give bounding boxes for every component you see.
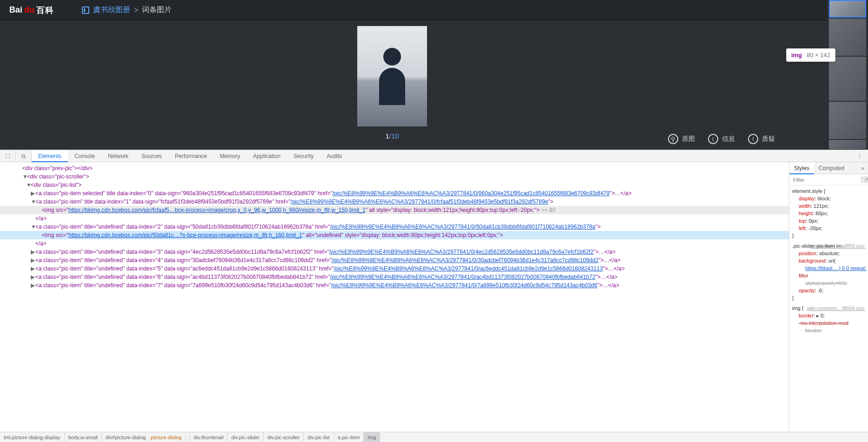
styles-filter-bar: :hov .cls + [789,174,868,185]
dom-line[interactable]: ▶<a class="pic-item" title="undefined" d… [0,264,789,273]
thumbnail[interactable] [829,57,866,101]
styles-rules[interactable]: element.style { display: block; width: 1… [789,185,868,432]
dom-line[interactable]: ▶<a class="pic-item" title="undefined" d… [0,256,789,264]
brace: } [792,232,865,239]
bc-item-current[interactable]: img [364,432,380,442]
bc-item[interactable]: tml.picture-dialog-display [0,432,65,442]
album-icon [82,7,89,14]
devtools: ⬚ ⧉ Elements Console Network Sources Per… [0,150,868,442]
info-button[interactable]: i信息 [708,134,735,144]
brace: } [792,294,865,302]
styles-more-icon[interactable]: » [857,165,868,172]
dom-line[interactable]: ▶<a class="pic-item selected" title data… [0,189,789,198]
device-icon[interactable]: ⧉ [16,150,32,162]
magnify-icon: ⚲ [668,134,678,144]
hov-toggle[interactable]: :hov [861,177,868,183]
baike-gallery: Baidu 百科 虞书欣图册 > 词条图片 1/10 ⚲原图 i信息 !质疑 i… [0,0,868,150]
thumbnail[interactable] [829,0,866,18]
style-selector: element.style { [792,187,865,195]
bc-item[interactable]: a.pic-item [334,432,364,442]
logo-text-red: du [24,5,34,15]
tab-application[interactable]: Application [247,150,287,162]
devtools-body: <div class="prev-pic"></div> ▼<div class… [0,162,868,432]
tab-memory[interactable]: Memory [214,150,247,162]
crumb-sep: > [134,6,138,14]
dom-line[interactable]: </a> [0,214,789,223]
dom-line-selected[interactable]: <img src="https://bkimg.cdn.bcebos.com/p… [0,206,789,214]
dom-line[interactable]: ▼<a class="pic-item" title="undefined" d… [0,223,789,231]
baidu-logo[interactable]: Baidu 百科 [9,5,54,16]
doubt-button[interactable]: !质疑 [748,134,775,144]
bc-item[interactable]: div.pic-list [304,432,334,442]
bc-item[interactable]: div.pic-slider [227,432,263,442]
dom-breadcrumb[interactable]: tml.picture-dialog-display body.w-small … [0,432,868,442]
image-stage: 1/10 [0,20,784,150]
tab-security[interactable]: Security [287,150,320,162]
counter-total: 10 [391,132,399,140]
bc-item[interactable]: div#picture-dialog.picture-dialog [102,432,190,442]
tab-computed[interactable]: Computed [814,162,849,174]
dom-line[interactable]: ▶<a class="pic-item" title="undefined" d… [0,248,789,256]
dom-tree[interactable]: <div class="prev-pic"></div> ▼<div class… [0,162,789,432]
devtools-menu[interactable]: ⋮ [851,153,868,159]
original-label: 原图 [682,135,695,143]
dom-line[interactable]: ▼<div class="pic-list"> [0,181,789,189]
tab-performance[interactable]: Performance [168,150,214,162]
breadcrumb: 虞书欣图册 > 词条图片 [82,5,172,15]
dom-line[interactable]: ▶<a class="pic-item" title="undefined" d… [0,273,789,281]
dom-line[interactable]: <div class="prev-pic"></div> [0,164,789,172]
logo-text: Bai [9,5,22,15]
tab-sources[interactable]: Sources [135,150,168,162]
style-source[interactable]: wiki-common…9fb54.css: [807,304,865,312]
styles-tabs: Styles Computed » [789,162,868,174]
tooltip-tag: img [791,52,802,59]
dom-line[interactable]: ▼<a class="pic-item" title data-index="1… [0,198,789,206]
header: Baidu 百科 虞书欣图册 > 词条图片 [0,0,868,20]
doubt-label: 质疑 [762,135,775,143]
thumbnail[interactable] [829,140,866,149]
image-tools: ⚲原图 i信息 !质疑 [668,134,775,144]
thumbnail-strip[interactable] [827,0,868,150]
info-icon: i [708,134,718,144]
image-counter: 1/10 [385,132,399,140]
exclaim-icon: ! [748,134,758,144]
dom-line-hover[interactable]: <img src="https://bkimg.cdn.bcebos.com/p… [0,231,789,239]
styles-panel: Styles Computed » :hov .cls + element.st… [789,162,868,432]
bc-item[interactable]: body.w-small [65,432,102,442]
dom-line[interactable]: ▶<a class="pic-item" title="undefined" d… [0,281,789,290]
dom-line[interactable]: </a> [0,239,789,248]
counter-current: 1 [385,132,389,140]
bc-item[interactable]: div.thumbnail [190,432,227,442]
tab-network[interactable]: Network [101,150,135,162]
tab-audits[interactable]: Audits [320,150,348,162]
tab-console[interactable]: Console [68,150,101,162]
tab-styles[interactable]: Styles [789,162,814,174]
bc-item[interactable]: div.pic-scroller [264,432,304,442]
tab-elements[interactable]: Elements [32,150,68,162]
info-label: 信息 [722,135,735,143]
album-link[interactable]: 虞书欣图册 [93,5,130,15]
original-button[interactable]: ⚲原图 [668,134,695,144]
main-image[interactable] [357,26,427,126]
inspect-icon[interactable]: ⬚ [0,150,16,162]
thumbnail[interactable] [829,102,866,139]
dom-line[interactable]: ▼<div class="pic-scroller"> [0,172,789,181]
logo-subtitle: 百科 [36,5,54,16]
devtools-tabbar: ⬚ ⧉ Elements Console Network Sources Per… [0,150,868,162]
inspect-tooltip: img 80 × 142 [786,48,835,62]
styles-filter-input[interactable] [789,177,861,183]
crumb-current: 词条图片 [142,5,172,15]
tooltip-dim: 80 × 142 [807,52,830,59]
